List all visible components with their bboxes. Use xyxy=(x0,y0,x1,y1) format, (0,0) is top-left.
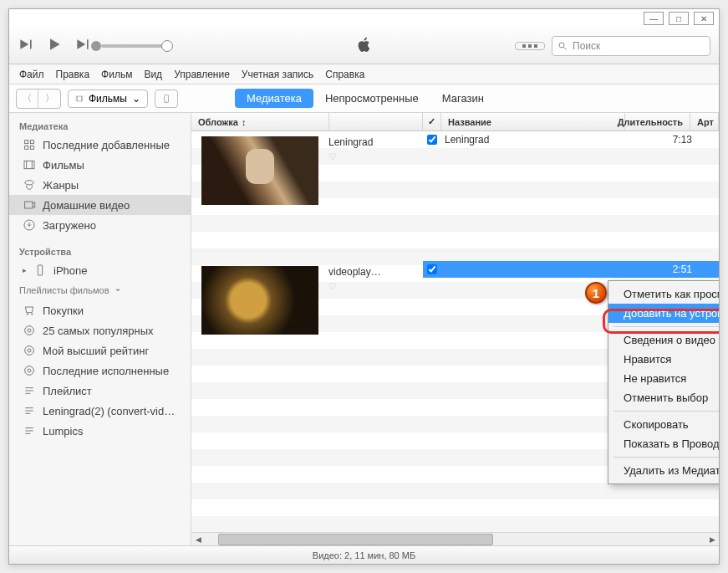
row-checkbox[interactable] xyxy=(427,264,437,274)
menu-edit[interactable]: Правка xyxy=(56,69,90,80)
annotation-badge-1: 1 xyxy=(585,282,607,304)
tab-library[interactable]: Медиатека xyxy=(235,89,313,108)
sidebar-item-home-videos[interactable]: Домашние видео xyxy=(9,195,191,215)
sidebar-item-movies[interactable]: Фильмы xyxy=(9,155,191,175)
col-artist[interactable]: Арт xyxy=(690,113,719,130)
sidebar-item-downloaded[interactable]: Загружено xyxy=(9,215,191,235)
ctx-show-in-explorer[interactable]: Показать в Проводнике Windows xyxy=(608,434,719,453)
scroll-right-button[interactable]: ▶ xyxy=(705,534,719,545)
col-cover[interactable]: Обложка ↕ xyxy=(191,113,329,130)
volume-slider[interactable] xyxy=(101,44,168,48)
sidebar-item-toprated[interactable]: Мой высший рейтинг xyxy=(9,340,191,361)
device-button[interactable] xyxy=(155,90,178,108)
sort-icon: ↕ xyxy=(242,117,247,127)
col-name[interactable]: Название xyxy=(441,113,625,130)
love-icon[interactable]: ♡ xyxy=(328,281,412,292)
svg-point-17 xyxy=(25,326,34,335)
ctx-add-to-device[interactable]: Добавить на устройство ▸ xyxy=(608,304,719,323)
col-duration[interactable]: Длительность xyxy=(625,113,690,130)
svg-point-19 xyxy=(25,346,34,356)
svg-point-18 xyxy=(28,329,31,332)
nav-forward-button[interactable]: 〉 xyxy=(38,90,60,108)
column-header: Обложка ↕ ✓ Название Длительность Арт xyxy=(191,113,719,131)
rows-container: Leningrad ♡ Leningrad 7:13 videoplay… ♡ xyxy=(191,131,719,532)
col-title-spacer xyxy=(329,113,423,130)
minimize-button[interactable]: — xyxy=(644,12,664,25)
apple-logo-icon xyxy=(355,35,374,57)
video-thumbnail[interactable] xyxy=(201,136,318,205)
scroll-thumb[interactable] xyxy=(218,534,493,545)
row-duration: 2:51 xyxy=(634,263,699,275)
row-checkbox[interactable] xyxy=(427,135,437,145)
svg-rect-7 xyxy=(25,141,28,144)
table-row[interactable]: Leningrad ♡ Leningrad 7:13 xyxy=(191,131,719,257)
ctx-deselect[interactable]: Отменить выбор xyxy=(608,388,719,407)
sidebar-item-top25[interactable]: 25 самых популярных xyxy=(9,320,191,340)
tab-store[interactable]: Магазин xyxy=(430,89,496,108)
sidebar-item-recentplayed[interactable]: Последние исполненные xyxy=(9,361,191,381)
col-check[interactable]: ✓ xyxy=(423,113,441,130)
titlebar: — □ ✕ xyxy=(9,9,719,28)
close-button[interactable]: ✕ xyxy=(694,12,714,25)
ctx-copy[interactable]: Скопировать xyxy=(608,415,719,434)
svg-rect-10 xyxy=(30,146,33,149)
ctx-like[interactable]: Нравится xyxy=(608,350,719,369)
menu-movie[interactable]: Фильм xyxy=(101,69,132,80)
row-title: videoplay… xyxy=(328,266,412,278)
svg-rect-16 xyxy=(38,265,42,275)
context-menu: Отметить как просмотренное Добавить на у… xyxy=(608,280,719,484)
menu-file[interactable]: Файл xyxy=(19,69,44,80)
row-title: Leningrad xyxy=(328,136,412,148)
scroll-left-button[interactable]: ◀ xyxy=(191,534,205,545)
ctx-separator xyxy=(613,326,719,327)
sidebar-header-playlists[interactable]: Плейлисты фильмов xyxy=(9,280,191,300)
sidebar-item-genres[interactable]: Жанры xyxy=(9,175,191,195)
sidebar-header-devices: Устройства xyxy=(9,243,191,260)
toolbar: 〈 〉 Фильмы ⌄ Медиатека Непросмотренные М… xyxy=(9,84,719,113)
row-name: Leningrad xyxy=(441,134,634,146)
ctx-dislike[interactable]: Не нравится xyxy=(608,369,719,388)
menu-view[interactable]: Вид xyxy=(144,69,162,80)
sidebar-item-leningrad2[interactable]: Leningrad(2) (convert-vid… xyxy=(9,401,191,421)
ctx-delete-from-library[interactable]: Удалить из Медиатеки xyxy=(608,461,719,480)
horizontal-scrollbar[interactable]: ◀ ▶ xyxy=(191,532,719,545)
svg-rect-8 xyxy=(30,141,33,144)
ctx-video-info[interactable]: Сведения о видео xyxy=(608,330,719,350)
svg-point-22 xyxy=(28,369,31,372)
next-track-button[interactable] xyxy=(74,36,91,56)
sidebar-item-recent[interactable]: Последние добавленные xyxy=(9,135,191,155)
svg-rect-14 xyxy=(25,202,33,208)
svg-rect-11 xyxy=(24,161,34,168)
status-bar: Видео: 2, 11 мин, 80 МБ xyxy=(9,545,719,564)
media-source-combo[interactable]: Фильмы ⌄ xyxy=(68,90,148,108)
prev-track-button[interactable] xyxy=(18,36,34,56)
menubar: Файл Правка Фильм Вид Управление Учетная… xyxy=(9,64,719,84)
sidebar: Медиатека Последние добавленные Фильмы Ж… xyxy=(9,113,191,545)
sidebar-item-iphone[interactable]: ▸iPhone xyxy=(9,260,191,280)
tab-unwatched[interactable]: Непросмотренные xyxy=(313,89,430,108)
sidebar-item-playlist[interactable]: Плейлист xyxy=(9,381,191,401)
play-button[interactable] xyxy=(46,36,63,56)
ctx-mark-watched[interactable]: Отметить как просмотренное xyxy=(608,284,719,304)
maximize-button[interactable]: □ xyxy=(669,12,689,25)
nav-back-button[interactable]: 〈 xyxy=(17,90,38,108)
svg-point-0 xyxy=(559,43,564,48)
view-mode-button[interactable] xyxy=(515,42,545,50)
love-icon[interactable]: ♡ xyxy=(328,151,412,162)
sidebar-header-library: Медиатека xyxy=(9,118,191,135)
menu-help[interactable]: Справка xyxy=(325,69,364,80)
svg-line-1 xyxy=(564,47,567,49)
menu-controls[interactable]: Управление xyxy=(174,69,230,80)
search-input[interactable]: Поиск xyxy=(552,36,710,56)
menu-account[interactable]: Учетная запись xyxy=(242,69,313,80)
svg-point-20 xyxy=(28,349,31,352)
sidebar-item-purchases[interactable]: Покупки xyxy=(9,300,191,320)
svg-point-21 xyxy=(25,366,34,376)
video-thumbnail[interactable] xyxy=(201,266,318,335)
sidebar-item-lumpics[interactable]: Lumpics xyxy=(9,421,191,441)
nav-back-forward[interactable]: 〈 〉 xyxy=(16,89,61,109)
ctx-separator xyxy=(613,411,719,412)
disclosure-triangle-icon[interactable]: ▸ xyxy=(23,266,27,274)
svg-rect-9 xyxy=(25,146,28,149)
svg-point-6 xyxy=(165,100,166,101)
